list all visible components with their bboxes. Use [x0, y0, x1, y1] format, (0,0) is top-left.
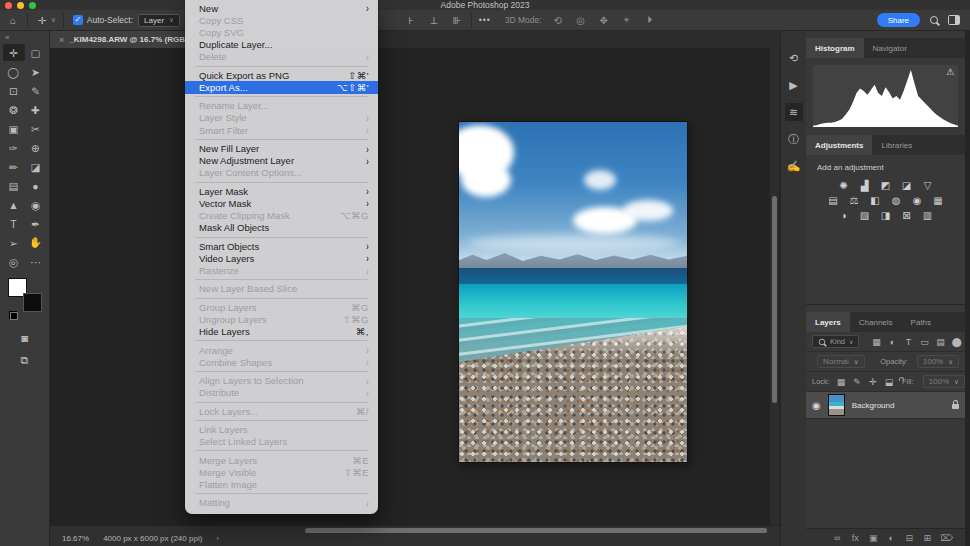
- opacity-dropdown[interactable]: 100% ∨: [917, 355, 959, 368]
- horizontal-scroll-thumb[interactable]: [305, 528, 767, 533]
- levels-icon[interactable]: ▟: [858, 179, 872, 191]
- default-colors-icon[interactable]: [9, 311, 18, 320]
- more-options-icon[interactable]: •••: [479, 15, 491, 25]
- distribute-icon[interactable]: ⊪: [450, 12, 464, 28]
- menu-item-smart-objects[interactable]: Smart Objects›: [185, 240, 378, 252]
- menu-item-quick-export-as-png[interactable]: Quick Export as PNG⇧⌘': [185, 69, 378, 81]
- lasso-tool[interactable]: ◯: [3, 63, 25, 80]
- pixel-filter-icon[interactable]: ▦: [871, 336, 881, 348]
- move-tool[interactable]: ✛: [3, 44, 25, 61]
- canvas-area[interactable]: [50, 48, 780, 525]
- home-icon[interactable]: ⌂: [6, 12, 20, 28]
- marquee-tool[interactable]: ▢: [25, 44, 47, 61]
- color-balance-icon[interactable]: ⚖: [847, 194, 861, 206]
- tab-channels[interactable]: Channels: [850, 312, 902, 332]
- search-icon[interactable]: [930, 16, 938, 24]
- quick-mask-button[interactable]: ◙: [18, 330, 32, 346]
- tab-adjustments[interactable]: Adjustments: [806, 135, 872, 155]
- camera-3d-icon[interactable]: ⏵: [643, 12, 657, 28]
- link-layers-icon[interactable]: ∞: [832, 532, 842, 544]
- pin-icon[interactable]: ⬤: [951, 336, 961, 348]
- blend-mode-dropdown[interactable]: Normal ∨: [817, 355, 865, 368]
- background-color-swatch[interactable]: [23, 293, 42, 312]
- smart-object-filter-icon[interactable]: ▤: [935, 336, 945, 348]
- zoom-tool[interactable]: ◎: [3, 253, 25, 270]
- new-layer-icon[interactable]: ⊞: [922, 532, 932, 544]
- layer-lock-icon[interactable]: [952, 404, 959, 409]
- more-tools[interactable]: ⋯: [25, 253, 47, 270]
- menu-item-new[interactable]: New›: [185, 2, 378, 14]
- screen-mode-button[interactable]: ⧉: [18, 352, 32, 368]
- pen-tool[interactable]: ✒: [25, 215, 47, 232]
- menu-item-layer-mask[interactable]: Layer Mask›: [185, 185, 378, 197]
- curves-icon[interactable]: ◩: [879, 179, 893, 191]
- lock-artboard-icon[interactable]: ⬓: [884, 376, 894, 388]
- type-tool[interactable]: T: [3, 215, 25, 232]
- properties-panel-icon[interactable]: ≋: [785, 103, 803, 121]
- shape-filter-icon[interactable]: ▭: [919, 336, 929, 348]
- posterize-icon[interactable]: ▨: [858, 209, 872, 221]
- orbit-3d-icon[interactable]: ⟲: [551, 12, 565, 28]
- clone-stamp-tool[interactable]: ⊕: [25, 139, 47, 156]
- layer-row-background[interactable]: ◉ Background: [806, 392, 965, 419]
- object-selection-tool[interactable]: ➤: [25, 63, 47, 80]
- move-tool-icon[interactable]: ✛: [35, 12, 49, 28]
- add-mask-icon[interactable]: ▣: [868, 532, 878, 544]
- blur-tool[interactable]: ●: [25, 177, 47, 194]
- menu-item-new-fill-layer[interactable]: New Fill Layer›: [185, 142, 378, 154]
- dodge-tool[interactable]: ◉: [25, 196, 47, 213]
- close-tab-icon[interactable]: ×: [59, 35, 64, 45]
- info-panel-icon[interactable]: ⓘ: [785, 130, 803, 148]
- tab-paths[interactable]: Paths: [902, 312, 940, 332]
- vertical-scroll-thumb[interactable]: [772, 196, 777, 403]
- pan-3d-icon[interactable]: ✥: [597, 12, 611, 28]
- menu-item-new-adjustment-layer[interactable]: New Adjustment Layer›: [185, 155, 378, 167]
- type-filter-icon[interactable]: T: [903, 336, 913, 348]
- lock-transparent-icon[interactable]: ▦: [836, 376, 846, 388]
- gradient-tool[interactable]: ▤: [3, 177, 25, 194]
- patch-tool[interactable]: ✚: [25, 101, 47, 118]
- brightness-contrast-icon[interactable]: ✺: [837, 179, 851, 191]
- slide-3d-icon[interactable]: ⌖: [620, 12, 634, 28]
- comments-panel-icon[interactable]: ✍: [785, 157, 803, 175]
- exposure-icon[interactable]: ◪: [900, 179, 914, 191]
- adjustment-filter-icon[interactable]: ◐: [887, 336, 897, 348]
- vibrance-icon[interactable]: ▽: [921, 179, 935, 191]
- healing-brush-tool[interactable]: ❂: [3, 101, 25, 118]
- hue-saturation-icon[interactable]: ▤: [826, 194, 840, 206]
- auto-select-dropdown[interactable]: Layer ∨: [138, 14, 180, 27]
- delete-layer-icon[interactable]: ⌦: [940, 532, 953, 544]
- zoom-level[interactable]: 16.67%: [62, 534, 89, 543]
- menu-item-video-layers[interactable]: Video Layers›: [185, 252, 378, 264]
- align-bottom-icon[interactable]: ⊥: [427, 12, 441, 28]
- share-button[interactable]: Share: [877, 13, 920, 27]
- layer-style-fx-icon[interactable]: fx: [850, 532, 860, 544]
- new-adjustment-icon[interactable]: ◐: [886, 532, 896, 544]
- menu-item-duplicate-layer[interactable]: Duplicate Layer...: [185, 39, 378, 51]
- brush-tool[interactable]: ✑: [3, 139, 25, 156]
- collapse-toolbar-icon[interactable]: «: [0, 31, 49, 44]
- shape-tool[interactable]: ▲: [3, 196, 25, 213]
- eraser-tool[interactable]: ◪: [25, 158, 47, 175]
- lock-pixels-icon[interactable]: ✎: [852, 376, 862, 388]
- lock-position-icon[interactable]: ✛: [868, 376, 878, 388]
- tab-layers[interactable]: Layers: [806, 312, 850, 332]
- auto-select-checkbox[interactable]: ✓: [73, 15, 83, 25]
- gradient-map-icon[interactable]: ⊠: [900, 209, 914, 221]
- invert-icon[interactable]: ◑: [837, 209, 851, 221]
- path-select-tool[interactable]: ➢: [3, 234, 25, 251]
- warning-icon[interactable]: ⚠: [946, 67, 954, 77]
- eyedropper-tool[interactable]: ✎: [25, 82, 47, 99]
- layer-filter-dropdown[interactable]: Kind ∨: [812, 335, 859, 348]
- menu-item-hide-layers[interactable]: Hide Layers⌘,: [185, 326, 378, 338]
- color-lookup-icon[interactable]: ▦: [931, 194, 945, 206]
- visibility-eye-icon[interactable]: ◉: [812, 400, 821, 411]
- tab-libraries[interactable]: Libraries: [872, 135, 921, 155]
- history-brush-tool[interactable]: ✏: [3, 158, 25, 175]
- remove-tool[interactable]: ✂: [25, 120, 47, 137]
- tab-histogram[interactable]: Histogram: [806, 38, 864, 58]
- history-panel-icon[interactable]: ⟲: [785, 49, 803, 67]
- align-left-icon[interactable]: ⊦: [404, 12, 418, 28]
- status-chevron-icon[interactable]: ›: [216, 534, 219, 543]
- roll-3d-icon[interactable]: ◎: [574, 12, 588, 28]
